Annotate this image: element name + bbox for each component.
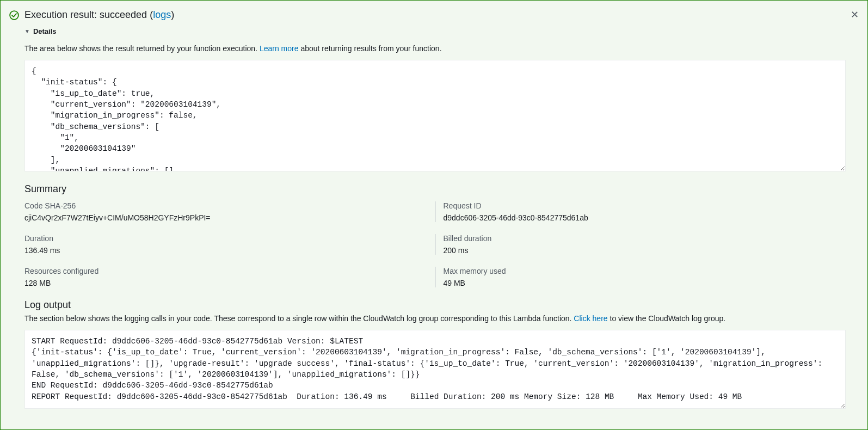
summary-cell: Duration 136.49 ms xyxy=(24,234,435,255)
close-icon[interactable]: ✕ xyxy=(850,10,859,19)
details-toggle[interactable]: ▼ Details xyxy=(24,27,57,35)
success-check-icon xyxy=(9,10,19,20)
summary-label: Duration xyxy=(24,234,428,243)
result-desc-prefix: The area below shows the result returned… xyxy=(24,44,260,53)
summary-label: Max memory used xyxy=(444,267,846,275)
learn-more-link[interactable]: Learn more xyxy=(260,44,299,53)
caret-down-icon: ▼ xyxy=(24,28,30,34)
details-label: Details xyxy=(33,27,57,35)
title-prefix: Execution result: succeeded ( xyxy=(24,9,153,20)
summary-cell: Max memory used 49 MB xyxy=(435,267,846,287)
summary-label: Code SHA-256 xyxy=(24,201,428,210)
summary-grid: Code SHA-256 cjiC4vQr2xF7W27tEiyv+CIM/uM… xyxy=(24,201,846,287)
summary-value: 200 ms xyxy=(444,246,846,255)
alert-content: Execution result: succeeded (logs) ▼ Det… xyxy=(24,8,846,409)
summary-label: Billed duration xyxy=(444,234,846,243)
summary-cell: Code SHA-256 cjiC4vQr2xF7W27tEiyv+CIM/uM… xyxy=(24,201,435,222)
alert-header: Execution result: succeeded (logs) ▼ Det… xyxy=(9,8,859,409)
summary-cell: Resources configured 128 MB xyxy=(24,267,435,287)
summary-label: Request ID xyxy=(444,201,846,210)
logs-link[interactable]: logs xyxy=(153,9,171,20)
summary-label: Resources configured xyxy=(24,267,428,275)
result-description: The area below shows the result returned… xyxy=(24,43,846,54)
svg-point-0 xyxy=(10,11,19,20)
summary-value: 128 MB xyxy=(24,279,428,287)
summary-heading: Summary xyxy=(24,183,846,195)
summary-value: d9ddc606-3205-46dd-93c0-8542775d61ab xyxy=(444,213,846,222)
title-suffix: ) xyxy=(171,9,174,20)
alert-title: Execution result: succeeded (logs) xyxy=(24,8,846,22)
summary-value: cjiC4vQr2xF7W27tEiyv+CIM/uMO58H2GYFzHr9P… xyxy=(24,213,428,222)
summary-cell: Request ID d9ddc606-3205-46dd-93c0-85427… xyxy=(435,201,846,222)
log-heading: Log output xyxy=(24,299,846,311)
click-here-link[interactable]: Click here xyxy=(574,314,607,323)
log-output-box[interactable]: START RequestId: d9ddc606-3205-46dd-93c0… xyxy=(24,330,846,409)
summary-cell: Billed duration 200 ms xyxy=(435,234,846,255)
result-payload-box[interactable]: { "init-status": { "is_up_to_date": true… xyxy=(24,60,846,171)
log-description: The section below shows the logging call… xyxy=(24,313,846,324)
summary-value: 49 MB xyxy=(444,279,846,287)
summary-value: 136.49 ms xyxy=(24,246,428,255)
execution-result-panel: Execution result: succeeded (logs) ▼ Det… xyxy=(0,0,868,430)
log-desc-prefix: The section below shows the logging call… xyxy=(24,314,574,323)
log-desc-suffix: to view the CloudWatch log group. xyxy=(608,314,726,323)
result-desc-suffix: about returning results from your functi… xyxy=(299,44,442,53)
